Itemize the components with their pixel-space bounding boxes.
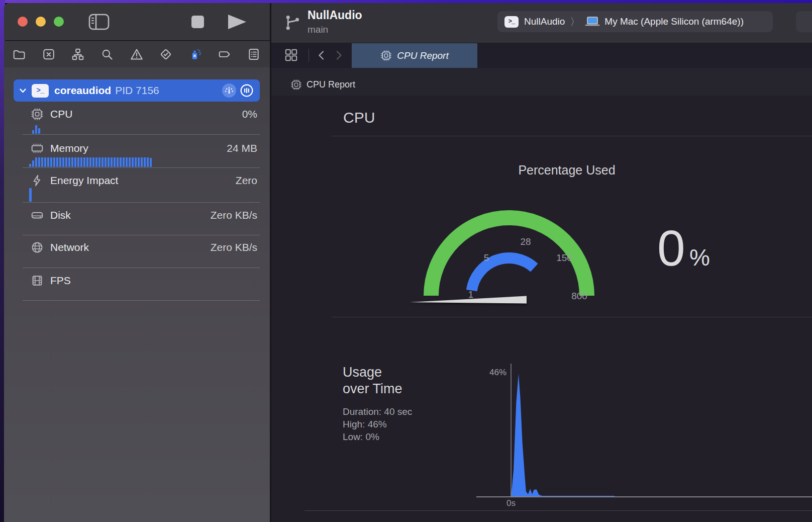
scheme-selector[interactable]: >_ NullAudio 〉 My Mac (Apple Silicon (ar… bbox=[497, 11, 773, 32]
y-axis-max-label: 46% bbox=[472, 368, 506, 378]
usage-duration: Duration: 40 sec bbox=[343, 406, 412, 417]
gauge-tick-1: 1 bbox=[468, 289, 474, 300]
debug-navigator-icon[interactable] bbox=[188, 48, 201, 61]
memory-chip-icon bbox=[31, 142, 44, 155]
xcode-window: >_ coreaudiod PID 7156 CPU 0% bbox=[0, 0, 812, 522]
gauge-row-energy[interactable]: Energy Impact Zero bbox=[20, 170, 260, 191]
gauge-tick-800: 800 bbox=[571, 291, 587, 302]
terminal-process-icon: >_ bbox=[32, 84, 49, 98]
gauge-label: Network bbox=[50, 241, 89, 253]
gauge-tick-5: 5 bbox=[484, 252, 489, 264]
gauge-value: Zero KB/s bbox=[211, 209, 257, 221]
row-divider bbox=[23, 300, 260, 301]
gauge-chart-title: Percentage Used bbox=[518, 163, 615, 178]
test-navigator-icon[interactable] bbox=[159, 48, 172, 61]
scheme-destination[interactable]: My Mac (Apple Silicon (arm64e)) bbox=[604, 16, 744, 27]
usage-title-line2: over Time bbox=[343, 381, 402, 397]
gauge-row-network[interactable]: Network Zero KB/s bbox=[20, 237, 260, 257]
tab-cpu-report[interactable]: CPU Report bbox=[352, 43, 477, 68]
gauge-label: Memory bbox=[50, 142, 88, 154]
cpu-chip-icon bbox=[380, 50, 392, 61]
row-divider bbox=[23, 134, 260, 135]
network-globe-icon bbox=[31, 241, 44, 254]
row-divider bbox=[23, 235, 260, 235]
run-button[interactable] bbox=[227, 14, 247, 30]
breadcrumb[interactable]: CPU Report bbox=[307, 79, 355, 90]
gauge-label: Disk bbox=[50, 209, 71, 221]
cpu-history-minichart bbox=[32, 125, 40, 134]
gauge-row-cpu[interactable]: CPU 0% bbox=[20, 104, 260, 124]
tab-overview-icon[interactable] bbox=[284, 48, 298, 62]
disk-drive-icon bbox=[31, 209, 44, 222]
scheme-terminal-icon: >_ bbox=[504, 16, 519, 28]
project-navigator-icon[interactable] bbox=[13, 48, 26, 61]
project-title: NullAudio bbox=[308, 9, 362, 22]
gauge-row-fps[interactable]: FPS bbox=[20, 271, 260, 291]
report-navigator-icon[interactable] bbox=[247, 48, 260, 61]
percentage-used-gauge bbox=[397, 201, 628, 309]
mac-device-icon bbox=[585, 16, 600, 28]
row-divider bbox=[23, 167, 260, 168]
energy-history-minichart bbox=[29, 188, 32, 202]
branch-name: main bbox=[308, 24, 328, 35]
find-navigator-icon[interactable] bbox=[100, 48, 114, 61]
section-divider bbox=[304, 510, 812, 511]
row-divider bbox=[23, 268, 260, 268]
crash-navigator-icon[interactable] bbox=[42, 48, 55, 61]
gauge-label: Energy Impact bbox=[50, 175, 118, 187]
toolbar-separator bbox=[309, 49, 309, 62]
section-divider bbox=[332, 317, 812, 317]
memory-history-minichart bbox=[29, 157, 152, 167]
usage-high: High: 46% bbox=[343, 419, 387, 430]
gauge-row-disk[interactable]: Disk Zero KB/s bbox=[20, 205, 260, 225]
row-divider bbox=[23, 202, 260, 203]
stop-button[interactable] bbox=[191, 16, 204, 28]
zoom-window-button[interactable] bbox=[54, 17, 64, 27]
x-axis-origin-label: 0s bbox=[506, 498, 516, 508]
film-frame-icon bbox=[31, 274, 44, 287]
profile-in-instruments-icon[interactable] bbox=[240, 83, 254, 98]
minimize-window-button[interactable] bbox=[36, 17, 46, 27]
gauge-tick-28: 28 bbox=[520, 236, 531, 247]
gauge-row-memory[interactable]: Memory 24 MB bbox=[20, 138, 260, 158]
close-window-button[interactable] bbox=[18, 17, 28, 27]
gauge-value: Zero bbox=[236, 175, 257, 187]
debug-navigator-panel bbox=[4, 67, 270, 522]
breakpoint-navigator-icon[interactable] bbox=[218, 48, 231, 61]
usage-area-series bbox=[511, 374, 615, 497]
gauge-tick-150: 150 bbox=[556, 252, 572, 264]
disclosure-chevron-icon[interactable] bbox=[18, 86, 28, 96]
gauge-value-unit: % bbox=[689, 246, 710, 269]
process-row-coreaudiod[interactable]: >_ coreaudiod PID 7156 bbox=[14, 79, 260, 102]
tab-label: CPU Report bbox=[397, 50, 448, 61]
go-back-icon[interactable] bbox=[316, 49, 328, 61]
usage-title-line1: Usage bbox=[343, 365, 382, 380]
gauge-badge-icon[interactable] bbox=[222, 83, 236, 98]
go-forward-icon[interactable] bbox=[333, 49, 345, 61]
issue-navigator-icon[interactable] bbox=[130, 48, 143, 61]
gauge-value: 24 MB bbox=[227, 142, 257, 154]
process-pid: PID 7156 bbox=[115, 84, 159, 97]
gauge-label: CPU bbox=[50, 108, 72, 120]
gauge-label: FPS bbox=[50, 275, 71, 287]
scheme-separator: 〉 bbox=[570, 15, 580, 29]
process-name: coreaudiod bbox=[54, 84, 111, 97]
section-title: CPU bbox=[343, 109, 375, 126]
symbol-navigator-icon[interactable] bbox=[71, 48, 84, 61]
section-divider bbox=[332, 136, 812, 136]
titlebar-edge-button[interactable] bbox=[796, 11, 812, 32]
gauge-value-number: 0 bbox=[657, 223, 685, 273]
git-branch-icon bbox=[283, 13, 301, 32]
energy-bolt-icon bbox=[31, 174, 44, 187]
toggle-sidebar-icon[interactable] bbox=[88, 14, 110, 30]
usage-low: Low: 0% bbox=[343, 431, 379, 443]
cpu-chip-icon bbox=[290, 79, 302, 91]
gauge-value: 0% bbox=[242, 108, 257, 120]
cpu-chip-icon bbox=[31, 108, 44, 121]
scheme-target[interactable]: NullAudio bbox=[524, 16, 565, 27]
gauge-value: Zero KB/s bbox=[211, 241, 257, 253]
